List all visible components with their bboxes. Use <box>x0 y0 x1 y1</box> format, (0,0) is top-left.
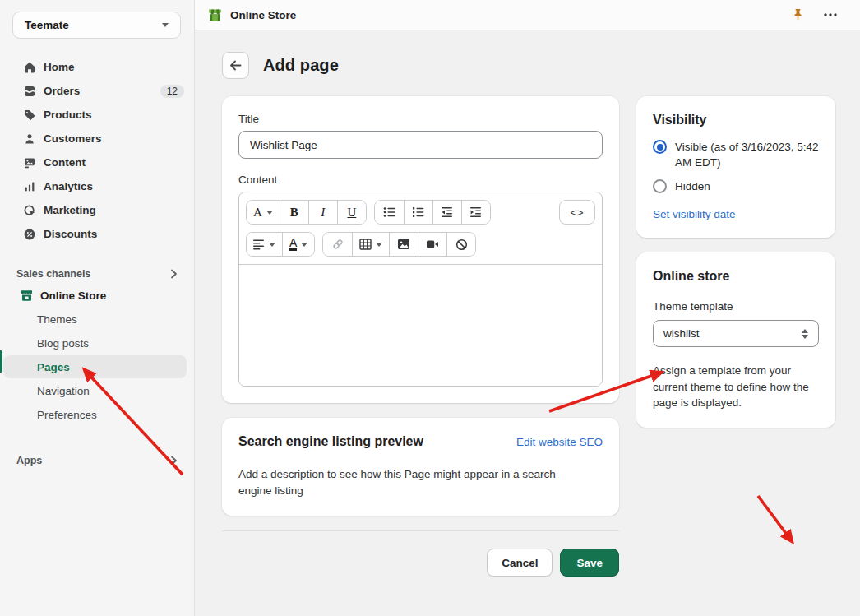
radio-unselected-icon[interactable] <box>653 179 667 193</box>
align-left-icon <box>253 239 265 250</box>
numbered-list-button[interactable] <box>404 201 432 224</box>
active-indicator-bar <box>0 350 2 373</box>
sidebar-item-label: Analytics <box>44 180 184 192</box>
sidebar-item-themes[interactable]: Themes <box>3 308 187 331</box>
outdent-button[interactable] <box>432 201 461 224</box>
store-name: Teemate <box>25 19 69 31</box>
store-switcher[interactable]: Teemate <box>12 12 181 39</box>
insert-link-button[interactable] <box>323 233 352 256</box>
insert-image-button[interactable] <box>389 233 418 256</box>
underline-button[interactable]: U <box>337 201 366 224</box>
online-store-label: Online Store <box>40 289 106 302</box>
seo-description: Add a description to see how this Page m… <box>238 466 592 499</box>
radio-selected-icon[interactable] <box>653 140 667 154</box>
outdent-icon <box>441 206 453 218</box>
cancel-button[interactable]: Cancel <box>487 549 553 577</box>
clear-formatting-icon <box>455 239 468 251</box>
sidebar-item-customers[interactable]: Customers <box>0 127 194 151</box>
sidebar-item-home[interactable]: Home <box>0 55 194 79</box>
chevron-right-icon <box>170 269 178 279</box>
page-details-card: Title Content A <box>222 96 619 403</box>
orders-count-badge: 12 <box>160 85 184 98</box>
sidebar-item-orders[interactable]: Orders 12 <box>0 79 194 103</box>
chevron-down-icon <box>269 243 275 247</box>
sidebar-item-label: Marketing <box>44 204 184 216</box>
theme-template-label: Theme template <box>653 300 819 313</box>
sidebar-item-marketing[interactable]: Marketing <box>0 198 194 222</box>
customers-icon <box>22 132 36 146</box>
sidebar-item-content[interactable]: Content <box>0 151 194 174</box>
save-button[interactable]: Save <box>560 549 619 577</box>
link-icon <box>331 238 344 251</box>
alignment-button[interactable] <box>247 233 282 256</box>
online-store-channel-icon <box>207 7 223 23</box>
sidebar-item-label: Content <box>44 156 184 169</box>
seo-title: Search engine listing preview <box>238 434 423 449</box>
visibility-option-hidden[interactable]: Hidden <box>653 178 819 194</box>
visibility-option-visible[interactable]: Visible (as of 3/16/2023, 5:42 AM EDT) <box>653 139 819 170</box>
select-updown-icon <box>802 329 808 339</box>
theme-template-value: wishlist <box>663 327 802 340</box>
chevron-down-icon <box>266 211 273 215</box>
show-html-button[interactable]: <> <box>559 200 595 225</box>
sidebar-item-blog-posts[interactable]: Blog posts <box>3 331 187 354</box>
sidebar-item-online-store[interactable]: Online Store <box>0 284 194 307</box>
subnav-label: Preferences <box>37 409 97 421</box>
sidebar-item-products[interactable]: Products <box>0 103 194 127</box>
sidebar-item-label: Orders <box>44 85 160 97</box>
text-color-glyph: A <box>289 238 297 251</box>
analytics-icon <box>22 179 36 193</box>
back-button[interactable] <box>222 52 249 79</box>
apps-label: Apps <box>16 455 42 466</box>
editor-toolbar: A B I U <box>239 192 602 257</box>
table-icon <box>359 239 372 250</box>
sidebar-item-pages[interactable]: Pages <box>3 355 187 378</box>
marketing-icon <box>22 203 36 217</box>
pin-icon[interactable] <box>788 5 807 25</box>
discounts-icon <box>22 227 36 241</box>
sidebar-item-analytics[interactable]: Analytics <box>0 174 194 198</box>
rich-text-editor: A B I U <box>238 192 603 387</box>
sidebar-item-label: Discounts <box>44 228 184 240</box>
online-store-card-title: Online store <box>653 269 819 284</box>
online-store-card: Online store Theme template wishlist Ass… <box>636 252 835 428</box>
sales-channels-section[interactable]: Sales channels <box>0 264 194 284</box>
footer-divider <box>222 530 619 531</box>
edit-website-seo-link[interactable]: Edit website SEO <box>516 436 603 448</box>
title-input[interactable] <box>238 131 603 159</box>
text-style-button[interactable]: A <box>247 201 280 224</box>
sidebar-item-label: Home <box>44 61 184 73</box>
more-actions-icon[interactable] <box>821 5 840 25</box>
visibility-title: Visibility <box>653 113 819 127</box>
chevron-down-icon <box>376 243 382 247</box>
text-color-button[interactable]: A <box>282 233 314 256</box>
insert-table-button[interactable] <box>352 233 389 256</box>
set-visibility-date-link[interactable]: Set visibility date <box>653 208 736 220</box>
content-textarea[interactable] <box>239 264 602 386</box>
content-icon <box>22 155 36 169</box>
bold-button[interactable]: B <box>280 201 308 224</box>
page-content: Add page Title Content <box>195 30 860 577</box>
visibility-card: Visibility Visible (as of 3/16/2023, 5:4… <box>636 96 835 238</box>
sidebar-item-label: Products <box>44 109 184 121</box>
clear-formatting-button[interactable] <box>446 233 475 256</box>
italic-button[interactable]: I <box>308 201 337 224</box>
sidebar-item-discounts[interactable]: Discounts <box>0 222 194 246</box>
image-icon <box>397 239 410 250</box>
chevron-right-icon <box>170 456 178 465</box>
insert-video-button[interactable] <box>418 233 446 256</box>
theme-template-select[interactable]: wishlist <box>653 320 819 347</box>
products-icon <box>22 108 36 122</box>
main-area: Online Store Add page <box>195 0 860 616</box>
sidebar-item-preferences[interactable]: Preferences <box>3 403 187 426</box>
apps-section[interactable]: Apps <box>0 451 194 470</box>
content-label: Content <box>238 174 603 186</box>
visible-option-label: Visible (as of 3/16/2023, 5:42 AM EDT) <box>675 139 819 170</box>
bulleted-list-button[interactable] <box>375 201 404 224</box>
sidebar-item-navigation[interactable]: Navigation <box>3 379 187 402</box>
indent-button[interactable] <box>461 201 490 224</box>
indent-icon <box>469 206 482 218</box>
page-title: Add page <box>263 56 339 75</box>
seo-card: Search engine listing preview Edit websi… <box>222 418 619 516</box>
subnav-label: Navigation <box>37 385 90 397</box>
